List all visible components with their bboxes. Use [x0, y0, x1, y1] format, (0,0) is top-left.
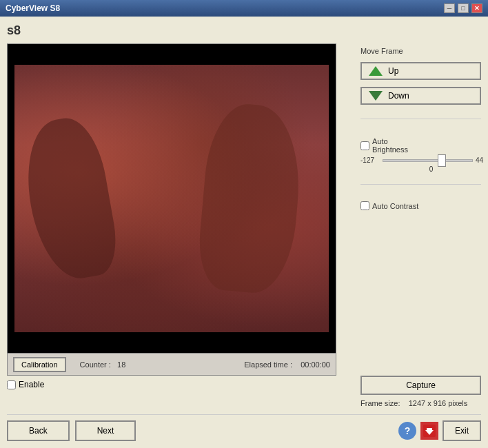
move-frame-label: Move Frame: [360, 47, 481, 55]
title-bar: CyberView S8 ─ □ ✕: [0, 0, 488, 17]
exit-icon: [420, 422, 438, 440]
down-button[interactable]: Down: [360, 87, 481, 105]
auto-brightness-checkbox[interactable]: [360, 141, 369, 150]
film-content: [14, 65, 329, 332]
next-button[interactable]: Next: [75, 420, 136, 441]
exit-section: ? Exit: [398, 420, 481, 441]
frame-size-value: 1247 x 916 pixels: [409, 399, 468, 407]
arrow-up-shape: [369, 66, 383, 76]
calibration-button[interactable]: Calibration: [13, 357, 66, 372]
brightness-max-label: 44: [476, 156, 488, 164]
maximize-button[interactable]: □: [458, 3, 469, 13]
film-inner: [14, 65, 329, 332]
divider-1: [360, 119, 481, 119]
up-arrow-icon: [369, 66, 383, 76]
enable-row: Enable: [7, 380, 354, 389]
elapsed-display: Elapsed time : 00:00:00: [244, 360, 330, 369]
auto-brightness-label: Auto Brightness: [372, 137, 408, 154]
enable-checkbox[interactable]: [7, 380, 16, 389]
brightness-slider[interactable]: [383, 159, 473, 162]
counter-display: Counter : 18: [80, 360, 126, 369]
bottom-navigation: Back Next ? Exit: [7, 414, 481, 441]
counter-label: Counter :: [80, 360, 111, 369]
back-button[interactable]: Back: [7, 420, 70, 441]
right-panel: Move Frame Up Down: [360, 43, 481, 407]
capture-section: Capture Frame size: 1247 x 916 pixels: [360, 376, 481, 407]
film-image: [8, 44, 336, 353]
frame-size-display: Frame size: 1247 x 916 pixels: [360, 399, 481, 407]
auto-contrast-row: Auto Contrast: [360, 201, 481, 210]
brightness-center-label: 0: [381, 165, 481, 173]
close-button[interactable]: ✕: [471, 3, 482, 13]
up-label: Up: [388, 66, 398, 76]
down-label: Down: [388, 91, 409, 101]
video-container: [7, 43, 336, 354]
counter-value: 18: [117, 360, 125, 369]
enable-label: Enable: [19, 380, 44, 389]
capture-button[interactable]: Capture: [360, 376, 481, 395]
elapsed-value: 00:00:00: [301, 360, 330, 369]
minimize-button[interactable]: ─: [444, 3, 455, 13]
main-window: s8 Calibration Counter : 18: [0, 17, 488, 448]
up-button[interactable]: Up: [360, 62, 481, 80]
exit-icon-svg: [422, 423, 437, 438]
status-text: Counter : 18 Elapsed time : 00:00:00: [80, 360, 330, 369]
brightness-slider-row: -127 44: [360, 156, 481, 164]
content-area: Calibration Counter : 18 Elapsed time : …: [7, 43, 481, 407]
auto-contrast-checkbox[interactable]: [360, 201, 369, 210]
exit-button[interactable]: Exit: [443, 420, 481, 441]
contrast-section: Auto Contrast: [360, 201, 481, 213]
brightness-section: Auto Brightness -127 44 0: [360, 137, 481, 173]
auto-brightness-row: Auto Brightness: [360, 137, 481, 154]
down-arrow-icon: [369, 91, 383, 101]
left-panel: Calibration Counter : 18 Elapsed time : …: [7, 43, 354, 407]
brightness-min-label: -127: [360, 156, 380, 164]
arrow-down-shape: [369, 91, 383, 101]
elapsed-label: Elapsed time :: [244, 360, 292, 369]
status-bar: Calibration Counter : 18 Elapsed time : …: [7, 354, 336, 376]
frame-size-label: Frame size:: [360, 399, 400, 407]
window-controls: ─ □ ✕: [444, 3, 482, 13]
divider-2: [360, 184, 481, 185]
window-title: CyberView S8: [6, 3, 60, 13]
auto-contrast-label: Auto Contrast: [372, 202, 418, 210]
page-title: s8: [7, 23, 481, 38]
help-button[interactable]: ?: [398, 422, 416, 440]
